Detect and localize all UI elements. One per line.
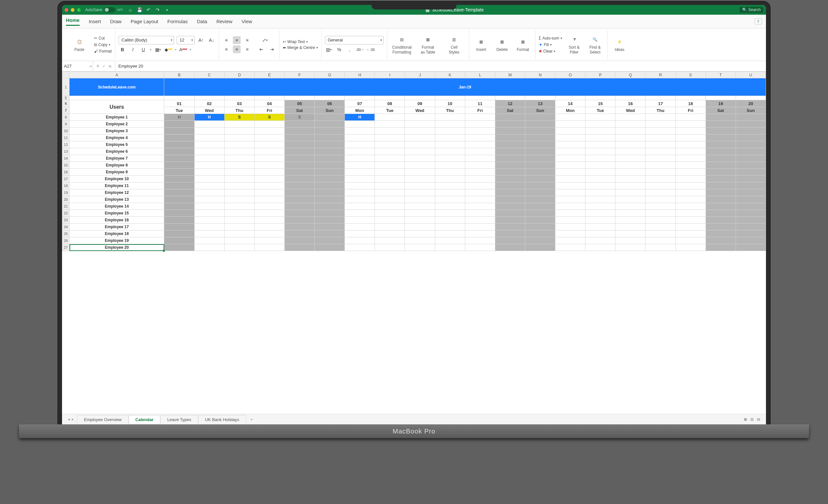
column-header[interactable]: L (465, 72, 495, 78)
sheet-next-icon[interactable]: ▸ (72, 417, 74, 421)
row-header[interactable]: 18 (63, 182, 70, 189)
cell[interactable] (675, 128, 706, 134)
cell[interactable] (675, 210, 706, 217)
decrease-indent-icon[interactable]: ⇤ (258, 45, 265, 53)
cell[interactable] (315, 134, 345, 141)
day-number-cell[interactable]: 14 (555, 100, 585, 107)
cell[interactable] (254, 217, 284, 223)
ribbon-tab-draw[interactable]: Draw (110, 18, 121, 24)
cell[interactable] (345, 96, 375, 100)
cell[interactable] (525, 237, 555, 244)
column-header[interactable]: N (525, 72, 555, 78)
row-header[interactable]: 23 (63, 217, 70, 223)
cell[interactable] (736, 176, 765, 182)
normal-view-icon[interactable]: ▦ (744, 417, 747, 421)
cell[interactable] (495, 96, 525, 100)
cell[interactable] (646, 210, 675, 217)
cell[interactable] (555, 210, 585, 217)
cell[interactable] (224, 244, 254, 251)
day-name-cell[interactable]: Tue (164, 107, 194, 114)
cell[interactable] (224, 203, 254, 210)
employee-cell[interactable]: Employee 9 (70, 169, 164, 176)
cell[interactable] (375, 141, 405, 148)
cell[interactable] (706, 244, 736, 251)
accept-fx-icon[interactable]: ✓ (102, 64, 106, 68)
cell[interactable] (405, 128, 435, 134)
cell[interactable] (164, 128, 194, 134)
percent-icon[interactable]: % (335, 46, 343, 53)
cell[interactable] (405, 223, 435, 230)
employee-cell[interactable]: Employee 15 (70, 210, 164, 217)
cell[interactable] (164, 217, 194, 223)
column-header[interactable]: J (405, 72, 435, 78)
employee-cell[interactable]: Employee 1 (70, 114, 164, 121)
sort-filter-button[interactable]: ⧩Sort & Filter (566, 35, 583, 54)
decrease-decimal-icon[interactable]: ←.00 (367, 46, 374, 53)
cell[interactable] (435, 169, 465, 176)
cell[interactable] (675, 176, 706, 182)
cell[interactable] (555, 196, 585, 203)
cell[interactable] (194, 169, 224, 176)
column-header[interactable]: K (435, 72, 465, 78)
cell[interactable] (615, 223, 646, 230)
ribbon-tab-review[interactable]: Review (216, 18, 233, 24)
fx-icon[interactable]: fx (109, 64, 112, 68)
cell[interactable] (495, 196, 525, 203)
day-number-cell[interactable]: 12 (495, 100, 525, 107)
cell[interactable] (615, 128, 646, 134)
row-header[interactable]: 15 (63, 162, 70, 169)
align-right-icon[interactable]: ≡ (243, 45, 251, 53)
cell[interactable] (435, 237, 465, 244)
cell[interactable] (525, 114, 555, 121)
cell[interactable] (736, 169, 765, 176)
cell[interactable] (555, 155, 585, 162)
ribbon-tab-formulas[interactable]: Formulas (167, 18, 188, 24)
cell[interactable] (646, 114, 675, 121)
cell[interactable] (405, 114, 435, 121)
cell[interactable] (646, 237, 675, 244)
cell[interactable] (675, 155, 706, 162)
fill-color-button[interactable]: ◆ (165, 46, 172, 53)
cell[interactable] (495, 162, 525, 169)
search-box[interactable]: 🔍 Search (740, 7, 763, 13)
cell[interactable] (194, 230, 224, 237)
cell[interactable] (555, 176, 585, 182)
cell[interactable] (284, 96, 315, 100)
cell[interactable] (585, 128, 615, 134)
cell[interactable] (315, 114, 345, 121)
cell[interactable] (585, 176, 615, 182)
cell[interactable] (345, 121, 375, 128)
cell[interactable] (465, 182, 495, 189)
cell[interactable] (555, 230, 585, 237)
cell[interactable] (345, 128, 375, 134)
cell[interactable] (164, 196, 194, 203)
format-as-table-button[interactable]: ▦Format as Table (417, 35, 440, 54)
cell[interactable] (706, 210, 736, 217)
cell[interactable] (525, 210, 555, 217)
cell[interactable] (315, 155, 345, 162)
cell[interactable] (345, 182, 375, 189)
cell[interactable] (254, 176, 284, 182)
cell[interactable] (254, 155, 284, 162)
cell[interactable] (345, 134, 375, 141)
fill-button[interactable]: ▼Fill▾ (539, 42, 552, 47)
cell[interactable] (435, 196, 465, 203)
cell[interactable] (375, 134, 405, 141)
cell[interactable] (315, 217, 345, 223)
cell[interactable] (465, 128, 495, 134)
cell[interactable] (525, 223, 555, 230)
cell[interactable] (224, 155, 254, 162)
cell[interactable] (465, 134, 495, 141)
cell[interactable] (465, 189, 495, 196)
cell[interactable] (525, 141, 555, 148)
cell[interactable] (224, 169, 254, 176)
cell[interactable] (435, 96, 465, 100)
cell[interactable] (615, 217, 646, 223)
cell[interactable] (585, 114, 615, 121)
day-name-cell[interactable]: Sun (736, 107, 765, 114)
cell[interactable] (194, 196, 224, 203)
cell[interactable] (194, 128, 224, 134)
row-header[interactable]: 12 (63, 141, 70, 148)
sheet-tab-leave-types[interactable]: Leave Types (160, 415, 198, 424)
cell[interactable] (284, 237, 315, 244)
